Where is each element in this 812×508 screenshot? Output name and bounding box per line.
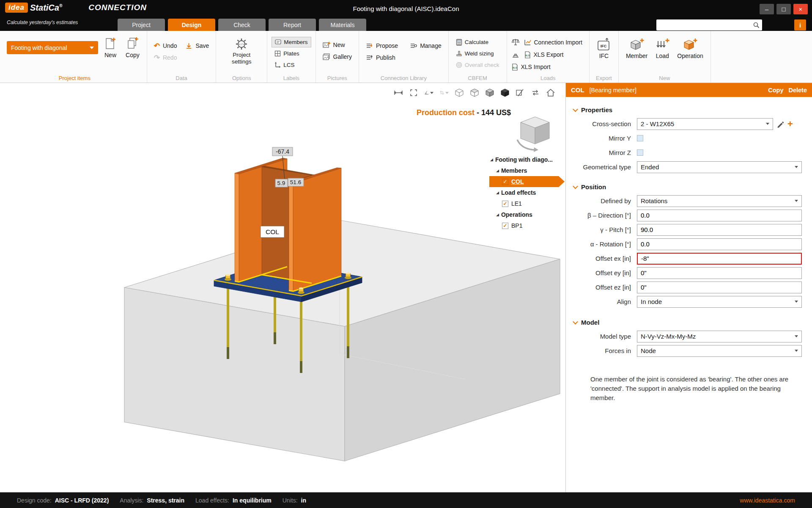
ribbon-group-data: ↶Undo Save ↷Redo Data — [147, 31, 217, 83]
new-load-button[interactable]: Load — [652, 37, 672, 60]
cross-section-select[interactable]: 2 - W12X65 — [637, 118, 773, 130]
minimize-button[interactable]: – — [760, 4, 774, 14]
mirror-y-checkbox[interactable] — [637, 135, 643, 141]
tree-item-le1[interactable]: ✓ LE1 — [489, 198, 565, 209]
offset-ey-input[interactable] — [637, 267, 802, 279]
tab-project[interactable]: Project — [118, 19, 165, 31]
swap-view-icon[interactable] — [531, 88, 540, 97]
tree-root[interactable]: ◢ Footing with diago... — [489, 154, 565, 165]
manage-button[interactable]: Manage — [407, 40, 444, 51]
publish-icon — [366, 55, 373, 61]
tab-design[interactable]: Design — [168, 19, 215, 31]
add-cross-section-button[interactable]: + — [787, 119, 793, 129]
dimension-lines-icon[interactable] — [394, 88, 403, 97]
publish-button[interactable]: Publish — [363, 52, 401, 63]
calculate-button[interactable]: Calculate — [453, 37, 502, 47]
solid-view-icon[interactable] — [500, 88, 510, 97]
search-input[interactable] — [656, 20, 753, 30]
viewport-toolbar — [394, 88, 555, 97]
section-model[interactable]: Model — [573, 319, 807, 326]
propose-button[interactable]: Propose — [363, 40, 401, 51]
close-button[interactable]: × — [793, 4, 808, 14]
section-properties[interactable]: Properties — [573, 106, 807, 113]
align-select[interactable]: In node — [637, 296, 802, 308]
beta-direction-input[interactable] — [637, 210, 802, 221]
connection-import-button[interactable]: Connection Import — [524, 37, 585, 48]
delete-member-button[interactable]: Delete — [788, 87, 807, 94]
rotation-angle-icon[interactable] — [424, 88, 433, 97]
mirror-z-checkbox[interactable] — [637, 149, 643, 156]
bp1-checkbox[interactable]: ✓ — [502, 223, 508, 229]
new-picture-button[interactable]: New — [320, 39, 354, 50]
info-button[interactable]: i — [794, 19, 806, 30]
ribbon-group-connection-library: Propose Manage Publish Connection Librar… — [359, 31, 449, 83]
clipping-plane-icon[interactable] — [516, 88, 525, 97]
tree-load-effects-node[interactable]: ◢ Load effects — [489, 187, 565, 198]
column-member[interactable] — [235, 158, 341, 291]
wireframe-view-icon[interactable] — [455, 88, 464, 97]
cross-section-label: Cross-section — [573, 120, 637, 127]
section-position[interactable]: Position — [573, 183, 807, 190]
tree-item-col[interactable]: ✓ COL — [489, 176, 559, 187]
gallery-icon — [323, 53, 330, 60]
3d-viewport[interactable]: -67.4 51.6 5.9 COL — [0, 83, 565, 492]
member-label[interactable]: COL — [261, 226, 284, 237]
hidden-line-view-icon[interactable] — [470, 88, 479, 97]
row-defined-by: Defined by Rotations — [573, 195, 807, 207]
forces-in-select[interactable]: Node — [637, 345, 802, 357]
project-settings-button[interactable]: </> Project settings — [220, 37, 263, 66]
save-button[interactable]: Save — [183, 40, 211, 51]
copy-member-button[interactable]: Copy — [768, 87, 783, 94]
new-label: New — [104, 52, 116, 58]
gallery-button[interactable]: Gallery — [320, 51, 354, 62]
tree-members-node[interactable]: ◢ Members — [489, 165, 565, 176]
maximize-button[interactable]: □ — [776, 4, 791, 14]
navigation-cube[interactable] — [514, 113, 554, 154]
gamma-pitch-input[interactable] — [637, 224, 802, 236]
xls-import-button[interactable]: XLS XLS Import — [511, 61, 553, 72]
3d-scene[interactable]: -67.4 51.6 5.9 COL — [0, 83, 565, 492]
fit-view-icon[interactable] — [409, 88, 418, 97]
labels-plates-toggle[interactable]: Plates — [272, 48, 311, 59]
alpha-rotation-input[interactable] — [637, 238, 802, 250]
new-member-button[interactable]: Member — [623, 37, 650, 60]
new-project-item-button[interactable]: New — [102, 36, 119, 59]
labels-members-toggle[interactable]: Members — [272, 37, 311, 47]
xls-export-button[interactable]: XLS XLS Export — [524, 49, 566, 60]
copy-project-item-button[interactable]: Copy — [123, 36, 143, 59]
group-label-pictures: Pictures — [316, 75, 359, 81]
model-type-select[interactable]: N-Vy-Vz-Mx-My-Mz — [637, 331, 802, 342]
selected-member-name: COL — [571, 86, 584, 94]
tab-check[interactable]: Check — [218, 19, 266, 31]
weld-sizing-button[interactable]: Weld sizing — [453, 48, 502, 59]
defined-by-select[interactable]: Rotations — [637, 195, 802, 207]
edit-cross-section-button[interactable] — [776, 120, 784, 128]
tree-operations-node[interactable]: ◢ Operations — [489, 209, 565, 220]
overall-check-button[interactable]: Overall check — [453, 60, 502, 70]
tab-report[interactable]: Report — [269, 19, 316, 31]
undo-button[interactable]: ↶Undo — [151, 40, 180, 51]
redo-button[interactable]: ↷Redo — [151, 52, 180, 63]
tree-item-bp1[interactable]: ✓ BP1 — [489, 220, 565, 231]
website-link[interactable]: www.ideastatica.com — [740, 497, 795, 504]
concrete-block[interactable] — [124, 220, 560, 461]
new-operation-button[interactable]: Operation — [674, 37, 706, 60]
home-view-icon[interactable] — [546, 88, 555, 97]
ribbon-group-pictures: New Gallery Pictures — [316, 31, 359, 83]
pencil-icon — [776, 120, 784, 128]
shaded-view-icon[interactable] — [485, 88, 494, 97]
col-checkbox[interactable]: ✓ — [502, 179, 508, 185]
offset-ex-input[interactable] — [637, 253, 802, 265]
tab-materials[interactable]: Materials — [319, 19, 366, 31]
labels-lcs-toggle[interactable]: LCS — [272, 60, 311, 70]
le1-checkbox[interactable]: ✓ — [502, 201, 508, 207]
ifc-export-button[interactable]: IFC IFC — [594, 37, 614, 60]
offset-ez-input[interactable] — [637, 282, 802, 293]
crop-view-icon[interactable] — [439, 88, 449, 97]
row-mirror-z: Mirror Z — [573, 146, 807, 159]
chevron-down-icon — [573, 107, 578, 112]
overall-check-icon — [456, 62, 462, 68]
project-item-selector[interactable]: Footing with diagonal — [7, 41, 98, 54]
geometrical-type-select[interactable]: Ended — [637, 161, 802, 173]
chevron-down-icon — [573, 184, 578, 189]
